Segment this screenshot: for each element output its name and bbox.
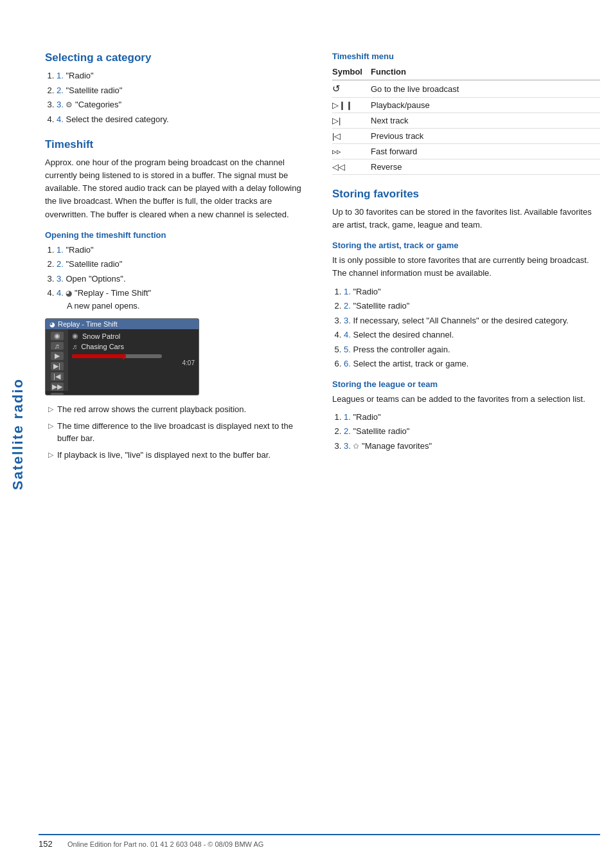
step-item: 3. If necessary, select "All Channels" o… bbox=[344, 314, 600, 327]
arrow-item-1: ▷ The red arrow shows the current playba… bbox=[48, 403, 313, 416]
manage-favorites-icon: ✩ bbox=[353, 440, 359, 452]
progress-bar: ▼ bbox=[72, 354, 162, 358]
selecting-category-title: Selecting a category bbox=[45, 51, 313, 64]
function-cell: Playback/pause bbox=[371, 98, 600, 113]
opening-timeshift-title: Opening the timeshift function bbox=[45, 230, 313, 240]
step-item: 3. Open "Options". bbox=[57, 273, 313, 285]
step-text: "Satellite radio" bbox=[66, 86, 122, 95]
symbol-cell: ◁◁ bbox=[332, 159, 371, 175]
league-team-body: Leagues or teams can be added to the fav… bbox=[332, 393, 600, 406]
artist-track-steps: 1. "Radio" 2. "Satellite radio" 3. If ne… bbox=[344, 285, 600, 370]
step-item: 6. Select the artist, track or game. bbox=[344, 357, 600, 370]
step-text: "Radio" bbox=[353, 412, 380, 422]
panel-title-bar: ◕ Replay - Time Shift bbox=[46, 319, 199, 329]
step-text: "Radio" bbox=[353, 287, 380, 296]
footer-page-number: 152 bbox=[39, 839, 61, 849]
league-team-title: Storing the league or team bbox=[332, 379, 600, 389]
ctrl-prev[interactable]: |◀ bbox=[51, 372, 64, 381]
step-text: "Manage favorites" bbox=[362, 441, 432, 451]
function-cell: Previous track bbox=[371, 129, 600, 144]
ctrl-ff[interactable]: ▶▶ bbox=[51, 383, 64, 391]
track-icon-2: ♬ bbox=[72, 343, 77, 350]
progress-fill: ▼ bbox=[72, 354, 126, 358]
step-item: 1. "Radio" bbox=[344, 411, 600, 424]
arrow-icon-3: ▷ bbox=[48, 449, 53, 460]
step-item: 2. "Satellite radio" bbox=[344, 425, 600, 438]
storing-favorites-section: Storing favorites Up to 30 favorites can… bbox=[332, 188, 600, 452]
storing-favorites-body: Up to 30 favorites can be stored in the … bbox=[332, 206, 600, 231]
table-row: ↺ Go to the live broadcast bbox=[332, 80, 600, 98]
timeshift-menu-title: Timeshift menu bbox=[332, 51, 600, 61]
sidebar: Satellite radio bbox=[0, 0, 35, 868]
progress-arrow: ▼ bbox=[119, 352, 128, 362]
col-header-function: Function bbox=[371, 65, 600, 80]
panel-title-text: Replay - Time Shift bbox=[58, 320, 118, 328]
league-team-steps: 1. "Radio" 2. "Satellite radio" 3. ✩ "Ma… bbox=[344, 411, 600, 453]
symbol-cell: |◁ bbox=[332, 129, 371, 144]
function-cell: Fast forward bbox=[371, 144, 600, 159]
artist-track-title: Storing the artist, track or game bbox=[332, 240, 600, 250]
function-cell: Reverse bbox=[371, 159, 600, 175]
step-text: "Radio" bbox=[66, 245, 93, 255]
timeshift-title: Timeshift bbox=[45, 138, 313, 151]
track-name-1: Snow Patrol bbox=[82, 332, 120, 340]
replay-icon: ◕ bbox=[66, 287, 72, 299]
arrow-text-3: If playback is live, "live" is displayed… bbox=[57, 449, 271, 462]
symbol-cell: ▷| bbox=[332, 113, 371, 129]
step-text: If necessary, select "All Channels" or t… bbox=[353, 316, 568, 325]
function-cell: Next track bbox=[371, 113, 600, 129]
step-item: 2. "Satellite radio" bbox=[344, 300, 600, 312]
selecting-category-steps: 1. "Radio" 2. "Satellite radio" 3. ⚙ "Ca… bbox=[57, 69, 313, 125]
panel-body: ◉ ♬ ▶ ▶| |◀ ▶▶ ◀◀ ◉ Snow Patrol bbox=[46, 329, 199, 391]
step-item: 5. Press the controller again. bbox=[344, 343, 600, 356]
opening-timeshift-steps: 1. "Radio" 2. "Satellite radio" 3. Open … bbox=[57, 244, 313, 312]
track-row-1: ◉ Snow Patrol bbox=[72, 332, 195, 340]
panel-controls: ◉ ♬ ▶ ▶| |◀ ▶▶ ◀◀ bbox=[46, 329, 68, 391]
storing-favorites-title: Storing favorites bbox=[332, 188, 600, 201]
step-item: 2. "Satellite radio" bbox=[57, 84, 313, 97]
step-text: "Satellite radio" bbox=[353, 426, 409, 436]
step-item: 4. ◕ "Replay - Time Shift" A new panel o… bbox=[57, 287, 313, 312]
selecting-category-section: Selecting a category 1. "Radio" 2. "Sate… bbox=[45, 51, 313, 125]
symbol-cell: ▷❙❙ bbox=[332, 98, 371, 113]
function-cell: Go to the live broadcast bbox=[371, 80, 600, 98]
step-text: "Replay - Time Shift" bbox=[75, 288, 151, 298]
step-text: Select the desired channel. bbox=[353, 330, 454, 339]
ctrl-playlist[interactable]: ♬ bbox=[51, 342, 64, 350]
footer-text: Online Edition for Part no. 01 41 2 603 … bbox=[67, 840, 263, 848]
arrow-icon-2: ▷ bbox=[48, 420, 53, 431]
step-text: Select the desired category. bbox=[66, 114, 168, 124]
step-text: "Categories" bbox=[75, 100, 121, 109]
panel-icon: ◕ bbox=[49, 321, 55, 328]
arrow-icon-1: ▷ bbox=[48, 404, 53, 415]
timeshift-body: Approx. one hour of the program being br… bbox=[45, 156, 313, 221]
ctrl-rev[interactable]: ◀◀ bbox=[51, 393, 64, 395]
sidebar-label: Satellite radio bbox=[10, 378, 26, 490]
time-label: 4:07 bbox=[72, 359, 195, 366]
track-name-2: Chasing Cars bbox=[81, 343, 124, 350]
track-row-2: ♬ Chasing Cars bbox=[72, 343, 195, 350]
step-item: 4. Select the desired category. bbox=[57, 113, 313, 126]
step-item: 3. ✩ "Manage favorites" bbox=[344, 440, 600, 453]
table-row: ▷❙❙ Playback/pause bbox=[332, 98, 600, 113]
table-row: ▹▹ Fast forward bbox=[332, 144, 600, 159]
step-text: "Radio" bbox=[66, 71, 93, 80]
ctrl-live[interactable]: ◉ bbox=[51, 332, 64, 340]
step-text: Open "Options". bbox=[66, 274, 125, 284]
table-row: ▷| Next track bbox=[332, 113, 600, 129]
replay-panel-image: ◕ Replay - Time Shift ◉ ♬ ▶ ▶| |◀ ▶▶ ◀◀ bbox=[45, 318, 199, 395]
ctrl-next[interactable]: ▶| bbox=[51, 362, 64, 370]
step-text: "Satellite radio" bbox=[353, 301, 409, 311]
arrow-item-3: ▷ If playback is live, "live" is display… bbox=[48, 449, 313, 462]
timeshift-table: Symbol Function ↺ Go to the live broadca… bbox=[332, 65, 600, 175]
track-icon-1: ◉ bbox=[72, 332, 78, 340]
arrow-text-1: The red arrow shows the current playback… bbox=[57, 403, 246, 416]
step-text: Select the artist, track or game. bbox=[353, 359, 468, 368]
ctrl-playpause[interactable]: ▶ bbox=[51, 352, 64, 360]
step-text: "Satellite radio" bbox=[66, 259, 122, 269]
arrow-text-2: The time difference to the live broadcas… bbox=[57, 420, 313, 445]
step-item: 1. "Radio" bbox=[57, 69, 313, 82]
panel-right: ◉ Snow Patrol ♬ Chasing Cars ▼ bbox=[68, 329, 199, 391]
symbol-cell: ↺ bbox=[332, 80, 371, 98]
step-item: 1. "Radio" bbox=[57, 244, 313, 257]
